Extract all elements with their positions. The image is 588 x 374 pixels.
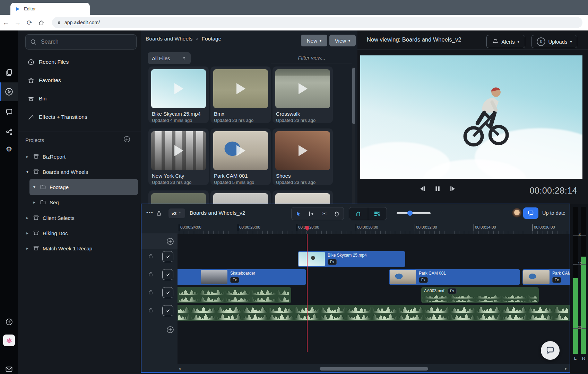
audio-clip[interactable]	[178, 287, 291, 303]
sidebar-item-recent-files[interactable]: Recent Files	[18, 56, 141, 68]
comments-button[interactable]	[523, 207, 538, 219]
track-lock-icon[interactable]	[148, 289, 154, 295]
files-scrollbar[interactable]	[352, 66, 355, 204]
rail-share-icon[interactable]	[0, 124, 18, 139]
alerts-button[interactable]: Alerts▾	[486, 35, 525, 48]
folder-seq[interactable]: ▸Seq	[18, 195, 155, 210]
back-icon[interactable]: ←	[0, 19, 12, 27]
rail-plus-icon[interactable]	[0, 314, 18, 329]
files-scrollbar-thumb[interactable]	[352, 68, 355, 124]
chevron-down-icon[interactable]: ▾	[25, 169, 29, 174]
timeline-scrollbar[interactable]	[183, 367, 563, 371]
scroll-right-arrow[interactable]: ▸	[565, 366, 567, 371]
audio-clip-aa003[interactable]: AA003.mxf Fx	[421, 287, 539, 303]
chevron-down-icon[interactable]: ▾	[32, 185, 36, 189]
project-hiking-doc[interactable]: ▸Hiking Doc	[18, 226, 148, 240]
hand-tool-icon[interactable]	[334, 211, 340, 217]
fx-badge[interactable]: Fx	[328, 259, 337, 265]
search-box[interactable]	[25, 34, 137, 50]
fx-badge[interactable]: Fx	[419, 277, 428, 283]
url-bar[interactable]: app.axledit.com/	[52, 17, 582, 28]
file-card[interactable]: Bike Skycam 25.mp4Updated 4 mins ago	[148, 66, 209, 123]
clip-park-cam-001[interactable]: Park CAM 001 Fx	[389, 269, 520, 285]
rail-comments-icon[interactable]	[0, 104, 18, 119]
search-input[interactable]	[40, 38, 125, 45]
chevron-right-icon[interactable]: ▸	[25, 246, 29, 251]
clip-park-cam-2[interactable]: Park CAM Fx	[522, 269, 570, 285]
file-card[interactable]: New York CityUpdated 23 hrs ago	[148, 128, 209, 185]
step-forward-icon[interactable]	[449, 186, 457, 192]
clip-skateboarder[interactable]: Skateboarder Fx	[178, 269, 306, 285]
rail-gear-icon[interactable]: ⚙	[0, 142, 18, 157]
clip-bike-skycam[interactable]: Bike Skycam 25.mp4 Fx	[298, 251, 405, 267]
file-card[interactable]: ShoesUpdated 23 hrs ago	[273, 128, 333, 185]
scroll-left-arrow[interactable]: ◂	[179, 366, 181, 371]
snap-toggle[interactable]	[349, 207, 368, 220]
timeline-scrollbar-thumb[interactable]	[320, 367, 428, 371]
insert-tool-icon[interactable]	[308, 211, 315, 217]
project-boards-and-wheels[interactable]: ▾Boards and Wheels	[18, 164, 148, 179]
support-chat-button[interactable]	[541, 341, 560, 360]
project-bizreport[interactable]: ▸BizReport	[18, 149, 148, 164]
file-card[interactable]: CrosswalkUpdated 23 hrs ago	[273, 66, 333, 123]
rail-documents-icon[interactable]	[0, 65, 18, 80]
sidebar-item-bin[interactable]: Bin	[18, 92, 141, 105]
fx-badge[interactable]: Fx	[448, 288, 457, 294]
rail-player-icon[interactable]	[0, 84, 18, 99]
track-enable-checkbox[interactable]	[162, 287, 173, 298]
folder-footage-selected[interactable]: ▾Footage	[18, 180, 155, 194]
breadcrumb-project[interactable]: Boards and Wheels	[146, 36, 192, 42]
sidebar-item-effects-transitions[interactable]: Effects + Transitions	[18, 111, 141, 123]
lotus-logo[interactable]	[3, 335, 15, 346]
pause-icon[interactable]	[434, 186, 441, 192]
add-track-button[interactable]	[166, 238, 174, 245]
track-lock-icon[interactable]	[148, 271, 154, 277]
video-viewer[interactable]	[360, 55, 582, 179]
add-track-button[interactable]	[166, 326, 174, 333]
track-lock-icon[interactable]	[148, 253, 154, 259]
track-enable-checkbox[interactable]	[162, 269, 173, 280]
timeline-menu-button[interactable]: •••	[146, 210, 154, 215]
step-back-icon[interactable]	[418, 186, 426, 192]
track-enable-checkbox[interactable]	[162, 251, 173, 262]
fx-badge[interactable]: Fx	[230, 277, 239, 283]
uploads-button[interactable]: 0 Uploads▾	[531, 35, 577, 48]
add-project-button[interactable]	[123, 136, 130, 143]
track-enable-checkbox[interactable]	[162, 305, 173, 316]
chevron-right-icon[interactable]: ▸	[25, 215, 29, 220]
forward-icon[interactable]: →	[12, 19, 24, 27]
browser-tab[interactable]: Editor	[10, 3, 90, 15]
unlock-icon[interactable]	[156, 210, 162, 216]
timeline-ruler[interactable]: 00:00:24:00 00:00:26:00 00:00:28:00 00:0…	[178, 223, 570, 234]
file-type-select[interactable]: All Files	[148, 52, 191, 64]
new-button[interactable]: New▾	[301, 35, 327, 46]
tracks-area[interactable]: Bike Skycam 25.mp4 Fx Skateboarder Fx Pa…	[178, 234, 570, 364]
home-icon[interactable]	[35, 19, 47, 26]
link-tracks-toggle[interactable]	[368, 207, 387, 220]
track-lock-icon[interactable]	[148, 307, 154, 313]
rail-mail-icon[interactable]	[0, 362, 18, 374]
file-card[interactable]	[210, 190, 271, 204]
filter-view-input[interactable]	[271, 52, 352, 63]
collaborator-avatar[interactable]	[512, 208, 522, 218]
audio-clip-full[interactable]	[178, 305, 570, 321]
project-match-week-1-recap[interactable]: ▸Match Week 1 Recap	[18, 241, 148, 256]
version-select[interactable]: v2	[168, 208, 185, 218]
refresh-icon[interactable]: ⟳	[24, 19, 35, 27]
fx-badge[interactable]: Fx	[552, 277, 561, 283]
zoom-slider[interactable]	[397, 212, 431, 214]
file-card[interactable]	[273, 190, 333, 204]
playhead-line[interactable]	[307, 234, 308, 352]
chevron-right-icon[interactable]: ▸	[25, 231, 29, 235]
file-card[interactable]: Park CAM 001Updated 5 mins ago	[210, 128, 271, 185]
sidebar-item-favorites[interactable]: Favorites	[18, 74, 141, 87]
project-client-selects[interactable]: ▸Client Selects	[18, 211, 148, 225]
file-card[interactable]	[148, 190, 209, 204]
chevron-right-icon[interactable]: ▸	[25, 154, 29, 159]
cut-tool-icon[interactable]: ✂	[322, 210, 327, 217]
chevron-right-icon[interactable]: ▸	[32, 200, 36, 205]
zoom-slider-knob[interactable]	[407, 211, 413, 216]
file-card[interactable]: BmxUpdated 23 hrs ago	[210, 66, 271, 123]
select-tool-icon[interactable]	[295, 211, 302, 217]
view-button[interactable]: View▾	[329, 35, 356, 46]
